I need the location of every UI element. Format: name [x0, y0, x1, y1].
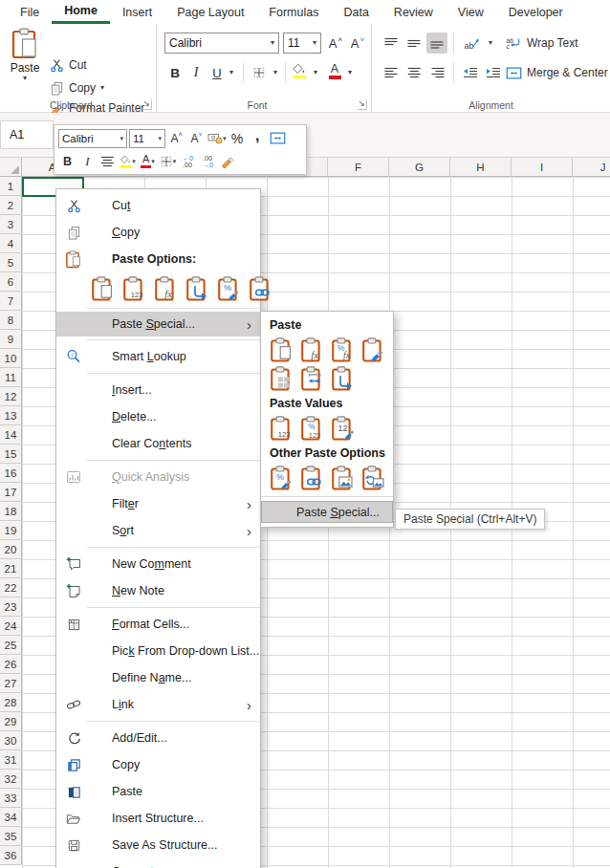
- row-header-15[interactable]: 15: [0, 445, 22, 464]
- tab-home[interactable]: Home: [52, 0, 110, 24]
- paste-paste-button[interactable]: [270, 336, 294, 363]
- font-name-select[interactable]: Calibri▾: [58, 129, 127, 148]
- row-header-11[interactable]: 11: [0, 368, 22, 387]
- decrease-font-size-button[interactable]: A˅: [187, 129, 206, 148]
- column-header-F[interactable]: F: [328, 158, 389, 177]
- menu-item-link[interactable]: Link›: [56, 691, 260, 718]
- menu-item-paste-special-dialog[interactable]: Paste Special...: [261, 501, 393, 523]
- paste-formulas-button[interactable]: fx: [300, 336, 325, 363]
- name-box[interactable]: A1: [0, 120, 54, 149]
- borders-button[interactable]: ▾: [159, 152, 177, 171]
- menu-item-new-note[interactable]: New Note: [56, 577, 260, 604]
- row-header-7[interactable]: 7: [0, 292, 22, 311]
- row-header-2[interactable]: 2: [0, 196, 22, 215]
- cut-button[interactable]: Cut: [50, 54, 87, 76]
- font-color-button[interactable]: A: [325, 60, 344, 81]
- increase-font-size-button[interactable]: A˄: [167, 129, 185, 148]
- menu-item-filter[interactable]: Filter›: [56, 490, 260, 517]
- row-header-9[interactable]: 9: [0, 330, 22, 349]
- font-size-select[interactable]: 11▾: [129, 129, 165, 148]
- menu-item-save-as-structure[interactable]: Save As Structure...: [56, 832, 260, 858]
- row-header-13[interactable]: 13: [0, 406, 22, 425]
- row-header-21[interactable]: 21: [0, 559, 22, 578]
- bold-button[interactable]: B: [166, 62, 184, 83]
- menu-item-define-name[interactable]: Define Name...: [56, 664, 260, 691]
- paste-formatting-button[interactable]: %: [270, 465, 294, 491]
- row-header-28[interactable]: 28: [0, 693, 22, 712]
- menu-item-sort[interactable]: Sort›: [56, 517, 260, 544]
- merge-center-button[interactable]: [269, 129, 287, 148]
- paste-linked-picture-button[interactable]: [361, 465, 386, 491]
- italic-button[interactable]: I: [187, 62, 205, 83]
- row-header-17[interactable]: 17: [0, 483, 22, 502]
- borders-button[interactable]: [249, 62, 270, 83]
- row-header-26[interactable]: 26: [0, 655, 22, 674]
- paste-paste-link-button[interactable]: [300, 465, 325, 491]
- fill-color-menu-arrow[interactable]: ▾: [310, 62, 321, 83]
- fill-color-button[interactable]: ▾: [119, 152, 137, 171]
- menu-item-smart-lookup[interactable]: iSmart Lookup: [56, 343, 260, 370]
- menu-item-quick-analysis[interactable]: Quick Analysis: [56, 464, 260, 490]
- font-color-button[interactable]: A▾: [139, 152, 157, 171]
- wrap-text-button[interactable]: abc Wrap Text: [506, 33, 578, 54]
- tab-view[interactable]: View: [446, 0, 496, 24]
- paste-picture-button[interactable]: [331, 465, 356, 491]
- menu-item-copy[interactable]: Copy: [56, 219, 260, 246]
- merge-center-button[interactable]: Merge & Center: [506, 62, 608, 83]
- paste-option-transpose-button[interactable]: [186, 275, 209, 302]
- paste-option-formatting-button[interactable]: %: [218, 275, 241, 302]
- menu-item-new-comment[interactable]: New Comment: [56, 551, 260, 577]
- row-header-35[interactable]: 35: [0, 827, 22, 846]
- row-header-10[interactable]: 10: [0, 349, 22, 368]
- underline-menu-arrow[interactable]: ▾: [226, 62, 237, 83]
- accounting-format-button[interactable]: ▾: [207, 129, 227, 148]
- menu-item-paste-structure[interactable]: Paste: [56, 778, 260, 805]
- row-header-4[interactable]: 4: [0, 234, 22, 253]
- tab-formulas[interactable]: Formulas: [256, 0, 331, 24]
- tab-page-layout[interactable]: Page Layout: [164, 0, 256, 24]
- borders-menu-arrow[interactable]: ▾: [270, 62, 281, 83]
- comma-style-button[interactable]: ,: [249, 129, 267, 148]
- clipboard-dialog-launcher[interactable]: ↘: [142, 99, 152, 110]
- align-left-button[interactable]: [381, 62, 402, 83]
- bold-button[interactable]: B: [58, 152, 76, 171]
- increase-decimal-button[interactable]: ←0.00: [179, 152, 197, 171]
- decrease-indent-button[interactable]: [460, 62, 481, 83]
- row-header-31[interactable]: 31: [0, 750, 22, 770]
- menu-item-pick-from-drop-down-list[interactable]: Pick From Drop-down List...: [56, 638, 260, 664]
- menu-item-clear-contents[interactable]: Clear Contents: [56, 430, 260, 457]
- row-header-8[interactable]: 8: [0, 311, 22, 330]
- increase-font-size-button[interactable]: A˄: [325, 33, 346, 54]
- select-all-corner[interactable]: [0, 158, 22, 177]
- menu-item-cut[interactable]: Cut: [56, 192, 260, 219]
- decrease-font-size-button[interactable]: A˅: [347, 33, 368, 54]
- paste-no-borders-button[interactable]: [270, 365, 294, 392]
- row-header-24[interactable]: 24: [0, 617, 22, 636]
- column-header-G[interactable]: G: [389, 158, 450, 177]
- row-header-29[interactable]: 29: [0, 712, 22, 731]
- tab-file[interactable]: File: [8, 0, 52, 24]
- menu-item-delete[interactable]: Delete...: [56, 403, 260, 430]
- italic-button[interactable]: I: [78, 152, 97, 171]
- menu-item-add-edit[interactable]: Add/Edit...: [56, 725, 260, 751]
- paste-values-number-formatting-button[interactable]: %123: [300, 415, 325, 442]
- copy-button[interactable]: Copy ▾: [50, 77, 104, 98]
- format-painter-button[interactable]: [219, 152, 237, 171]
- underline-button[interactable]: U: [208, 62, 226, 83]
- orientation-button[interactable]: ab: [460, 33, 485, 54]
- font-dialog-launcher[interactable]: ↘: [358, 99, 367, 110]
- bottom-align-button[interactable]: [426, 33, 447, 54]
- decrease-decimal-button[interactable]: .00→0: [199, 152, 217, 171]
- menu-item-copy-structure[interactable]: Copy: [56, 751, 260, 778]
- menu-item-insert[interactable]: Insert...: [56, 377, 260, 403]
- font-color-menu-arrow[interactable]: ▾: [344, 62, 356, 83]
- align-center-button[interactable]: [403, 62, 425, 83]
- tab-data[interactable]: Data: [331, 0, 381, 24]
- tab-developer[interactable]: Developer: [496, 0, 576, 24]
- paste-transpose-button[interactable]: [331, 365, 356, 392]
- paste-option-values-button[interactable]: 123: [123, 275, 146, 302]
- menu-item-convert[interactable]: Convert›: [56, 858, 260, 868]
- font-size-select[interactable]: 11▾: [283, 33, 321, 54]
- menu-item-format-cells[interactable]: Format Cells...: [56, 611, 260, 638]
- row-header-30[interactable]: 30: [0, 731, 22, 750]
